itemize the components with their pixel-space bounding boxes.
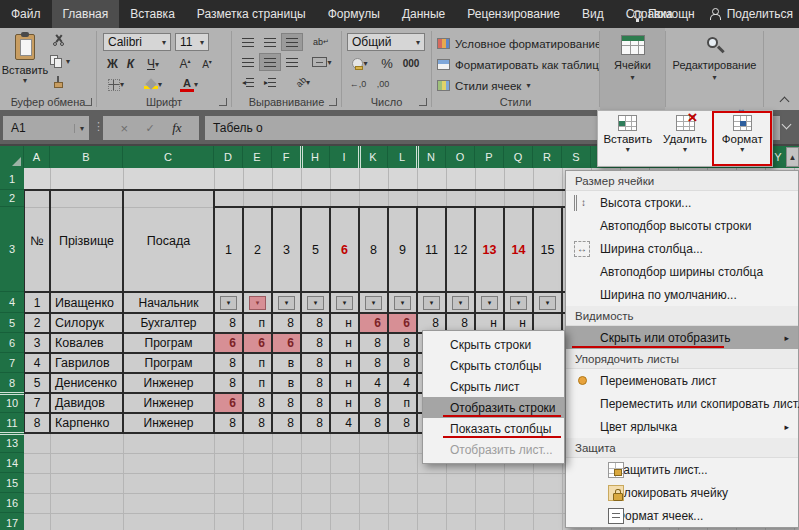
scroll-up-button[interactable]: ▲ (786, 147, 799, 167)
format-menu-item-0-0[interactable]: Высота строки... (566, 191, 798, 214)
cell-surname[interactable]: Гаврилов (50, 353, 123, 373)
format-menu-item-2-1[interactable]: Переместить или скопировать лист... (566, 392, 798, 415)
grow-font-button[interactable]: А▴ (175, 56, 195, 72)
cancel-icon[interactable]: × (120, 121, 128, 136)
day-value-cell[interactable]: 8 (272, 313, 301, 333)
enter-icon[interactable]: ✓ (145, 122, 154, 135)
day-value-cell[interactable]: 8 (214, 373, 243, 393)
day-value-cell[interactable]: 6 (272, 333, 301, 353)
filter-dropdown-button[interactable]: ▾ (278, 296, 295, 310)
accounting-format-button[interactable]: ▾ (347, 55, 373, 71)
format-menu-item-2-2[interactable]: Цвет ярлычка▸ (566, 415, 798, 438)
cell-number[interactable]: 8 (24, 413, 50, 433)
format-menu-item-0-3[interactable]: Автоподбор ширины столбца (566, 260, 798, 283)
cell-styles-button[interactable]: Стили ячеек▾ (432, 75, 599, 96)
day-value-cell[interactable]: 4 (330, 413, 359, 433)
shrink-font-button[interactable]: А▾ (197, 56, 217, 72)
filter-cell[interactable]: ▾ (301, 292, 330, 313)
day-value-cell[interactable]: 8 (301, 353, 330, 373)
filter-dropdown-button[interactable]: ▾ (452, 296, 469, 310)
orientation-button[interactable]: ab▾ (290, 74, 316, 90)
column-header-F[interactable]: F (272, 146, 301, 168)
align-left-button[interactable] (238, 54, 258, 70)
format-menu-item-0-4[interactable]: Ширина по умолчанию... (566, 283, 798, 306)
cell-number[interactable]: 5 (24, 373, 50, 393)
format-as-table-button[interactable]: Форматировать как таблицу▾ (432, 54, 599, 75)
column-header-Q[interactable]: Q (504, 146, 533, 168)
day-value-cell[interactable]: н (330, 313, 359, 333)
cell-number[interactable]: 7 (24, 393, 50, 413)
day-value-cell[interactable]: 8 (243, 393, 272, 413)
format-menu-item-2-0[interactable]: Переименовать лист (566, 369, 798, 392)
column-header-C[interactable]: C (123, 146, 214, 168)
day-value-cell[interactable]: 8 (214, 313, 243, 333)
day-value-cell[interactable]: 4 (359, 373, 388, 393)
select-all-button[interactable] (0, 146, 24, 168)
filter-cell[interactable]: ▾ (359, 292, 388, 313)
column-header-D[interactable]: D (214, 146, 243, 168)
ribbon-tab-7[interactable]: Вид (571, 0, 615, 28)
column-header-I[interactable]: I (330, 146, 359, 168)
row-header-3[interactable]: 3 (0, 207, 24, 292)
name-box[interactable]: A1▾ (3, 116, 89, 140)
header-cell-position[interactable]: Посада (123, 190, 214, 292)
day-value-cell[interactable]: 8 (359, 393, 388, 413)
font-name-select[interactable]: Calibri▾ (103, 33, 171, 51)
ribbon-tab-2[interactable]: Вставка (119, 0, 186, 28)
column-header-N[interactable]: N (417, 146, 446, 168)
assistant-button[interactable]: Помощн (633, 7, 695, 21)
cell-position[interactable]: Инженер (123, 413, 214, 433)
day-header-cell[interactable]: 1 (214, 207, 243, 292)
column-header-A[interactable]: A (24, 146, 50, 168)
hide-menu-item-0[interactable]: Скрыть строки (423, 334, 564, 355)
day-value-cell[interactable]: п (243, 313, 272, 333)
row-header-5[interactable]: 5 (0, 313, 24, 333)
day-value-cell[interactable]: н (330, 373, 359, 393)
editing-button[interactable]: Редактирование ▾ (666, 28, 763, 82)
filter-dropdown-button[interactable]: ▾ (365, 296, 382, 310)
ribbon-tab-0[interactable]: Файл (0, 0, 52, 28)
cell-surname[interactable]: Ковалев (50, 333, 123, 353)
day-value-cell[interactable]: 6 (359, 313, 388, 333)
day-value-cell[interactable]: п (243, 373, 272, 393)
hide-menu-item-5[interactable]: Отобразить лист... (423, 439, 564, 460)
days-band-cell[interactable] (214, 190, 591, 207)
row-header-2[interactable]: 2 (0, 190, 24, 207)
filter-cell[interactable]: ▾ (214, 292, 243, 313)
row-header-16[interactable]: 16 (0, 493, 24, 513)
percent-button[interactable]: % (378, 55, 396, 71)
filter-cell[interactable]: ▾ (272, 292, 301, 313)
day-value-cell[interactable]: 6 (388, 313, 417, 333)
format-menu-item-0-2[interactable]: Ширина столбца... (566, 237, 798, 260)
day-value-cell[interactable]: 8 (301, 373, 330, 393)
column-header-L[interactable]: L (388, 146, 417, 168)
day-value-cell[interactable]: 6 (214, 333, 243, 353)
filter-cell[interactable]: ▾ (388, 292, 417, 313)
merge-center-button[interactable]: ▾ (308, 54, 336, 70)
column-header-K[interactable]: K (359, 146, 388, 168)
conditional-formatting-button[interactable]: Условное форматирование▾ (432, 33, 599, 54)
expand-formula-bar-button[interactable] (783, 121, 794, 131)
day-value-cell[interactable]: 8 (388, 333, 417, 353)
day-header-cell[interactable]: 15 (533, 207, 562, 292)
day-header-cell[interactable]: 13 (475, 207, 504, 292)
day-value-cell[interactable]: 8 (301, 393, 330, 413)
header-cell-surname[interactable]: Прізвище (50, 190, 123, 292)
filter-dropdown-button[interactable]: ▾ (307, 296, 324, 310)
filter-dropdown-button[interactable]: ▾ (423, 296, 440, 310)
day-value-cell[interactable]: 8 (243, 413, 272, 433)
alignment-dialog-launcher-icon[interactable] (329, 98, 337, 106)
format-menu-item-3-1[interactable]: Блокировать ячейку (566, 481, 798, 504)
font-color-button[interactable]: А▾ (175, 76, 203, 93)
comma-style-button[interactable]: 000 (398, 55, 424, 71)
cell-position[interactable]: Инженер (123, 393, 214, 413)
cell-position[interactable]: Начальник (123, 292, 214, 313)
day-value-cell[interactable]: 8 (301, 333, 330, 353)
column-header-B[interactable]: B (50, 146, 123, 168)
cut-button[interactable] (52, 34, 70, 49)
align-middle-button[interactable] (260, 34, 280, 50)
cell-number[interactable]: 1 (24, 292, 50, 313)
hide-menu-item-2[interactable]: Скрыть лист (423, 376, 564, 397)
filter-cell[interactable]: ▾ (446, 292, 475, 313)
row-header-1[interactable]: 1 (0, 168, 24, 190)
